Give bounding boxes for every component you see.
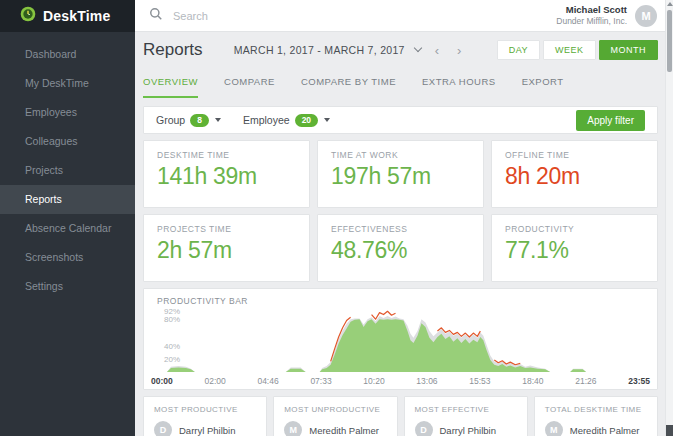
sidebar-item-colleagues[interactable]: Colleagues [0,127,135,156]
person-name: Darryl Philbin [440,425,497,436]
stats-row-2: PROJECTS TIME 2h 57m EFFECTIVENESS 48.76… [143,214,658,282]
chart-title: PRODUCTIVITY BAR [157,296,248,306]
search-bar[interactable] [135,0,556,31]
desktime-clock-icon [20,6,36,26]
stat-card-desktime-time: DESKTIME TIME 141h 39m [143,140,310,208]
group-count-badge: 8 [190,114,209,127]
person-name: Darryl Philbin [179,425,236,436]
x-tick: 18:40 [522,376,543,386]
range-month-button[interactable]: MONTH [599,40,659,60]
next-period-button[interactable]: › [453,43,465,58]
tab-extra-hours[interactable]: EXTRA HOURS [422,76,496,98]
page-title: Reports [143,40,203,60]
sidebar-item-projects[interactable]: Projects [0,156,135,185]
sidebar-item-reports[interactable]: Reports [0,185,135,214]
tab-export[interactable]: EXPORT [522,76,564,98]
leader-person[interactable]: M Meredith Palmer [284,421,386,436]
prev-period-button[interactable]: ‹ [431,43,443,58]
scroll-down-icon[interactable] [666,425,673,436]
sidebar-item-employees[interactable]: Employees [0,98,135,127]
stat-value: 197h 57m [331,163,470,190]
sidebar-item-dashboard[interactable]: Dashboard [0,40,135,69]
employee-count-badge: 20 [295,114,318,127]
most-unproductive-card: MOST UNPRODUCTIVE M Meredith Palmer [273,396,397,436]
stat-label: PRODUCTIVITY [505,224,644,234]
vertical-scrollbar[interactable] [665,0,673,436]
x-tick: 10:20 [363,376,384,386]
desktime-app: DeskTime Michael Scott Dunder Mifflin, I… [0,0,673,436]
user-avatar[interactable]: M [635,5,657,27]
stat-card-effectiveness: EFFECTIVENESS 48.76% [317,214,484,282]
productivity-bar-chart: PRODUCTIVITY BAR 92% 80% 40% 20% 00:00 0… [143,288,658,390]
stat-label: PROJECTS TIME [157,224,296,234]
x-tick: 23:55 [628,376,650,386]
sidebar-item-settings[interactable]: Settings [0,272,135,301]
caret-down-icon [324,118,330,122]
leader-label: MOST EFFECTIVE [415,405,517,414]
date-range-selector[interactable]: MARCH 1, 2017 - MARCH 7, 2017 [234,44,405,56]
x-tick: 07:33 [310,376,331,386]
person-avatar: D [415,421,433,436]
x-tick: 15:53 [469,376,490,386]
sidebar-item-my-desktime[interactable]: My DeskTime [0,69,135,98]
search-icon [149,7,163,25]
group-filter-label: Group [156,114,185,126]
person-name: Meredith Palmer [570,425,640,436]
top-bar: DeskTime Michael Scott Dunder Mifflin, I… [0,0,673,32]
leader-label: MOST UNPRODUCTIVE [284,405,386,414]
range-day-button[interactable]: DAY [497,40,540,60]
sidebar-nav: Dashboard My DeskTime Employees Colleagu… [0,32,135,436]
employee-filter-label: Employee [243,114,290,126]
leaders-row: MOST PRODUCTIVE D Darryl Philbin MOST UN… [143,396,658,436]
logo-text: DeskTime [43,8,111,24]
stat-value: 2h 57m [157,237,296,264]
x-tick: 04:46 [257,376,278,386]
stat-label: EFFECTIVENESS [331,224,470,234]
logo[interactable]: DeskTime [0,0,135,32]
search-input[interactable] [173,10,373,22]
x-tick: 13:06 [416,376,437,386]
tab-compare-by-time[interactable]: COMPARE BY TIME [301,76,396,98]
group-filter-dropdown[interactable]: Group 8 [156,114,221,127]
person-avatar: D [154,421,172,436]
range-week-button[interactable]: WEEK [543,40,596,60]
user-menu[interactable]: Michael Scott Dunder Mifflin, Inc. M [556,0,673,31]
scrollbar-thumb[interactable] [667,10,672,72]
apply-filter-button[interactable]: Apply filter [576,110,645,131]
tab-overview[interactable]: OVERVIEW [143,76,198,98]
tab-compare[interactable]: COMPARE [224,76,275,98]
sidebar-item-absence-calendar[interactable]: Absence Calendar [0,214,135,243]
leader-person[interactable]: M Meredith Palmer [545,421,647,436]
employee-filter-dropdown[interactable]: Employee 20 [243,114,330,127]
productivity-chart-svg [151,306,650,372]
user-company: Dunder Mifflin, Inc. [556,16,627,27]
leader-label: MOST PRODUCTIVE [154,405,256,414]
leader-person[interactable]: D Darryl Philbin [415,421,517,436]
stat-label: OFFLINE TIME [505,150,644,160]
stat-value: 48.76% [331,237,470,264]
most-productive-card: MOST PRODUCTIVE D Darryl Philbin [143,396,267,436]
chevron-down-icon[interactable] [413,44,421,52]
x-tick: 02:00 [204,376,225,386]
leader-label: TOTAL DESKTIME TIME [545,405,647,414]
filter-bar: Group 8 Employee 20 Apply filter [143,106,658,134]
total-desktime-time-card: TOTAL DESKTIME TIME M Meredith Palmer [534,396,658,436]
scroll-up-icon[interactable] [667,2,673,6]
x-tick: 21:26 [575,376,596,386]
stat-label: DESKTIME TIME [157,150,296,160]
stat-card-productivity: PRODUCTIVITY 77.1% [491,214,658,282]
stat-label: TIME AT WORK [331,150,470,160]
user-name: Michael Scott [556,4,627,16]
stat-card-projects-time: PROJECTS TIME 2h 57m [143,214,310,282]
leader-person[interactable]: D Darryl Philbin [154,421,256,436]
chart-plot-area[interactable] [151,306,650,372]
sidebar-item-screenshots[interactable]: Screenshots [0,243,135,272]
stat-value: 77.1% [505,237,644,264]
stat-value: 8h 20m [505,163,644,190]
reports-header: Reports MARCH 1, 2017 - MARCH 7, 2017 ‹ … [143,32,658,68]
person-avatar: M [284,421,302,436]
main-content: Reports MARCH 1, 2017 - MARCH 7, 2017 ‹ … [135,32,673,436]
x-axis: 00:00 02:00 04:46 07:33 10:20 13:06 15:5… [151,376,650,386]
stat-value: 141h 39m [157,163,296,190]
person-avatar: M [545,421,563,436]
